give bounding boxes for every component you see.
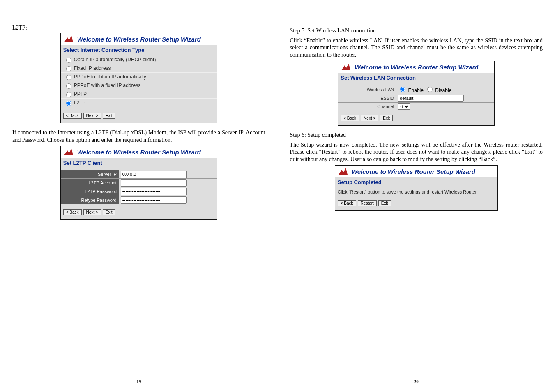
retype-password-input[interactable]: [121, 196, 187, 204]
row-channel: Channel 6: [338, 102, 494, 110]
next-button[interactable]: Next >: [83, 113, 101, 119]
step6-paragraph: The Setup wizard is now completed. The n…: [290, 141, 543, 163]
channel-select[interactable]: 6: [398, 103, 410, 110]
step6-heading: Step 6: Setup completed: [290, 131, 543, 139]
wizard-setup-completed: Welcome to Wireless Router Setup Wizard …: [335, 165, 498, 211]
wizard-title: Welcome to Wireless Router Setup Wizard: [77, 36, 201, 43]
page-right-content: Step 5: Set Wireless LAN connection Clic…: [290, 25, 543, 378]
wireless-lan-radios: Enable Disable: [396, 85, 494, 94]
exit-button[interactable]: Exit: [103, 209, 115, 215]
page-number-right: 20: [290, 378, 543, 384]
back-button[interactable]: < Back: [63, 113, 82, 119]
radio-pppoe-auto[interactable]: [66, 75, 71, 80]
row-l2tp-account: L2TP Account: [61, 178, 217, 187]
option-label: PPPoE to obtain IP automatically: [74, 74, 146, 80]
router-logo-icon: [63, 148, 74, 156]
step5-paragraph: Click “Enable” to enable wireless LAN. I…: [290, 37, 543, 59]
option-fixed-ip[interactable]: Fixed IP address: [61, 64, 217, 72]
wizard-header: Welcome to Wireless Router Setup Wizard: [61, 146, 217, 158]
radio-fixed-ip[interactable]: [66, 66, 71, 71]
restart-button[interactable]: Restart: [358, 200, 377, 206]
wizard-select-connection: Welcome to Wireless Router Setup Wizard …: [60, 33, 217, 123]
wizard-header: Welcome to Wireless Router Setup Wizard: [335, 166, 497, 178]
wizard-subtitle: Setup Completed: [335, 178, 497, 187]
option-dhcp[interactable]: Obtain IP automatically (DHCP client): [61, 55, 217, 64]
next-button[interactable]: Next >: [361, 115, 378, 121]
label-l2tp-account: L2TP Account: [61, 179, 119, 187]
radio-pptp[interactable]: [66, 92, 71, 97]
option-label: Obtain IP automatically (DHCP client): [74, 57, 156, 62]
router-logo-icon: [63, 35, 74, 43]
wizard-l2tp-client: Welcome to Wireless Router Setup Wizard …: [60, 146, 217, 220]
radio-pppoe-fixed[interactable]: [66, 83, 71, 89]
option-pptp[interactable]: PPTP: [61, 90, 217, 98]
enable-label: Enable: [408, 88, 424, 93]
wizard-buttons: < Back Next > Exit: [61, 108, 217, 123]
row-essid: ESSID: [338, 94, 494, 102]
wizard-wireless-lan: Welcome to Wireless Router Setup Wizard …: [338, 61, 495, 126]
essid-input[interactable]: [398, 95, 464, 102]
row-server-ip: Server IP: [61, 170, 217, 178]
router-logo-icon: [341, 63, 351, 71]
wizard-subtitle: Select Internet Connection Type: [61, 45, 217, 55]
option-label: Fixed IP address: [74, 65, 111, 71]
row-retype-password: Retype Password: [61, 196, 217, 204]
wizard-buttons: < Back Next > Exit: [61, 204, 217, 219]
l2tp-account-input[interactable]: [121, 179, 187, 187]
radio-enable[interactable]: [400, 87, 405, 92]
row-wireless-lan: Wireless LAN Enable Disable: [338, 85, 494, 94]
back-button[interactable]: < Back: [341, 115, 359, 121]
row-l2tp-password: L2TP Password: [61, 187, 217, 196]
wizard-form: Wireless LAN Enable Disable ESSID Channe…: [338, 83, 494, 110]
exit-button[interactable]: Exit: [380, 115, 393, 121]
label-retype-password: Retype Password: [61, 196, 119, 204]
server-ip-input[interactable]: [121, 171, 187, 178]
enable-option[interactable]: Enable: [398, 85, 424, 93]
step5-heading: Step 5: Set Wireless LAN connection: [290, 27, 543, 35]
label-l2tp-password: L2TP Password: [61, 187, 119, 196]
page-left-content: L2TP: Welcome to Wireless Router Setup W…: [12, 25, 265, 378]
wizard-subtitle: Set Wireless LAN Connection: [338, 73, 494, 83]
radio-l2tp[interactable]: [66, 101, 71, 106]
page-left: L2TP: Welcome to Wireless Router Setup W…: [0, 0, 278, 392]
wizard-form: Server IP L2TP Account L2TP Password Ret…: [61, 168, 217, 204]
option-label: PPPoE with a fixed IP address: [74, 83, 141, 88]
next-button[interactable]: Next >: [83, 209, 101, 215]
completed-message: Click "Restart" button to save the setti…: [335, 187, 497, 195]
page-number-left: 19: [12, 378, 265, 384]
label-channel: Channel: [338, 103, 396, 110]
l2tp-heading: L2TP:: [12, 25, 265, 31]
back-button[interactable]: < Back: [338, 200, 356, 206]
label-essid: ESSID: [338, 94, 396, 102]
wizard-buttons: < Back Restart Exit: [335, 195, 497, 210]
wizard-header: Welcome to Wireless Router Setup Wizard: [61, 33, 217, 45]
option-l2tp[interactable]: L2TP: [61, 98, 217, 107]
back-button[interactable]: < Back: [63, 209, 82, 215]
wizard-title: Welcome to Wireless Router Setup Wizard: [355, 64, 478, 71]
disable-label: Disable: [435, 88, 451, 93]
disable-option[interactable]: Disable: [425, 85, 451, 93]
option-pppoe-auto[interactable]: PPPoE to obtain IP automatically: [61, 72, 217, 81]
wizard-subtitle: Set L2TP Client: [61, 158, 217, 168]
option-label: L2TP: [74, 100, 86, 106]
radio-disable[interactable]: [427, 87, 433, 92]
option-label: PPTP: [74, 91, 87, 97]
exit-button[interactable]: Exit: [378, 200, 391, 206]
page-right: Step 5: Set Wireless LAN connection Clic…: [278, 0, 555, 392]
exit-button[interactable]: Exit: [103, 113, 115, 119]
wizard-buttons: < Back Next > Exit: [338, 110, 494, 125]
option-pppoe-fixed[interactable]: PPPoE with a fixed IP address: [61, 81, 217, 90]
wizard-title: Welcome to Wireless Router Setup Wizard: [352, 168, 475, 175]
wizard-options: Obtain IP automatically (DHCP client) Fi…: [61, 55, 217, 108]
wizard-header: Welcome to Wireless Router Setup Wizard: [338, 61, 494, 73]
label-server-ip: Server IP: [61, 170, 119, 178]
label-wireless-lan: Wireless LAN: [338, 85, 396, 94]
l2tp-password-input[interactable]: [121, 188, 187, 195]
l2tp-description: If connected to the Internet using a L2T…: [12, 129, 265, 143]
wizard-title: Welcome to Wireless Router Setup Wizard: [77, 149, 201, 156]
router-logo-icon: [338, 167, 348, 175]
radio-dhcp[interactable]: [66, 58, 71, 63]
